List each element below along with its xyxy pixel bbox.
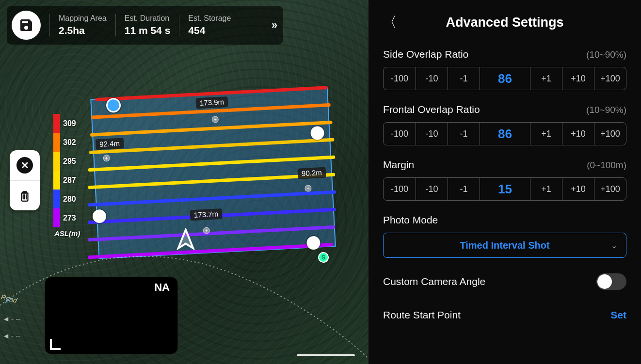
map-tool-stack: ✕ [10,150,40,210]
telemetry-block: ◀- -- ◀- -- [4,287,20,340]
edge-distance: 173.9m [195,96,228,109]
edge-distance: 173.7m [190,208,222,221]
legend-tick: 295 [63,157,76,166]
stepper-side-overlap: -100 -10 -1 86 +1 +10 +100 [383,67,626,90]
panel-header: 〈 Advanced Settings [383,11,626,34]
toggle-knob [597,274,612,289]
satellite-icon [4,296,13,306]
stepper-frontal-overlap: -100 -10 -1 86 +1 +10 +100 [383,122,626,145]
panel-title: Advanced Settings [446,15,563,30]
step-minus-100[interactable]: -100 [384,67,416,90]
legend-tick: 302 [63,138,76,147]
setting-range: (0~100m) [587,160,626,171]
setting-label: Route Start Point [383,309,461,321]
chevron-left-icon: ◀ [4,316,8,322]
edge-distance: 90.2m [297,167,326,179]
setting-frontal-overlap: Frontal Overlap Ratio (10~90%) -100 -10 … [383,104,626,145]
setting-label: Custom Camera Angle [383,276,485,287]
aircraft-icon [175,228,197,252]
setting-label: Margin [383,159,414,171]
close-icon: ✕ [16,157,33,174]
step-minus-10[interactable]: -10 [416,123,448,145]
telemetry-value: - -- [11,315,20,323]
save-icon [18,17,34,33]
setting-range: (10~90%) [586,105,626,115]
collapse-stats-icon[interactable]: » [272,19,277,32]
step-minus-1[interactable]: -1 [448,178,480,200]
stat-storage-value: 454 [188,25,231,36]
setting-label: Side Overlap Ratio [383,48,468,60]
step-plus-100[interactable]: +100 [594,178,626,200]
map-scale-bar [297,354,355,356]
step-plus-10[interactable]: +10 [562,67,594,90]
stat-duration-value: 11 m 54 s [125,25,171,36]
route-start-set-button[interactable]: Set [610,309,626,321]
setting-route-start: Route Start Point Set [383,309,626,321]
step-plus-100[interactable]: +100 [594,123,626,145]
mission-stats-bar: Mapping Area 2.5ha Est. Duration 11 m 54… [7,6,283,45]
stat-area: Mapping Area 2.5ha [49,14,115,36]
chevron-down-icon: ⌄ [611,241,617,250]
step-plus-1[interactable]: +1 [530,67,562,90]
map-view[interactable]: Mapping Area 2.5ha Est. Duration 11 m 54… [0,0,369,364]
step-minus-100[interactable]: -100 [384,123,416,145]
start-point[interactable]: S [318,252,329,263]
stat-area-label: Mapping Area [59,14,107,23]
setting-label: Photo Mode [383,214,438,226]
expand-icon[interactable] [50,339,61,350]
photo-mode-dropdown[interactable]: Timed Interval Shot ⌄ [383,233,626,258]
setting-label: Frontal Overlap Ratio [383,104,480,115]
step-minus-1[interactable]: -1 [448,67,480,90]
step-minus-10[interactable]: -10 [416,67,448,90]
survey-area[interactable]: S + + + + 173.9m 92.4m 90.2m 173.7m [80,81,342,273]
chevron-left-icon: ◀ [4,332,8,339]
stepper-value[interactable]: 86 [480,123,530,145]
camera-angle-toggle[interactable] [596,273,626,290]
edge-distance: 92.4m [96,138,124,150]
setting-camera-angle: Custom Camera Angle [383,273,626,290]
setting-margin: Margin (0~100m) -100 -10 -1 15 +1 +10 +1… [383,159,626,201]
stepper-value[interactable]: 86 [480,67,530,90]
step-minus-1[interactable]: -1 [448,123,480,145]
legend-tick: 309 [63,119,76,128]
setting-side-overlap: Side Overlap Ratio (10~90%) -100 -10 -1 … [383,48,626,90]
save-button[interactable] [12,11,41,40]
polygon-vertex[interactable] [306,236,320,250]
legend-tick: 273 [63,214,76,222]
legend-caption: ASL(m) [54,229,80,237]
step-plus-100[interactable]: +100 [594,67,626,90]
camera-status: NA [154,281,170,294]
step-plus-1[interactable]: +1 [530,123,562,145]
cancel-button[interactable]: ✕ [10,150,40,180]
setting-photo-mode: Photo Mode Timed Interval Shot ⌄ [383,214,626,258]
delete-button[interactable] [10,180,40,210]
trash-icon [18,190,31,202]
step-plus-10[interactable]: +10 [562,178,594,200]
stat-duration: Est. Duration 11 m 54 s [115,14,179,36]
stat-duration-label: Est. Duration [125,14,171,23]
telemetry-value: - -- [11,332,20,340]
stat-storage: Est. Storage 454 [179,14,240,36]
step-plus-1[interactable]: +1 [530,178,562,200]
dropdown-value: Timed Interval Shot [460,240,549,251]
legend-tick: 280 [63,195,76,204]
advanced-settings-panel: 〈 Advanced Settings Side Overlap Ratio (… [369,0,641,364]
step-minus-100[interactable]: -100 [384,178,416,200]
legend-tick: 287 [63,176,76,185]
stepper-margin: -100 -10 -1 15 +1 +10 +100 [383,177,626,201]
setting-range: (10~90%) [586,49,626,60]
camera-preview[interactable]: NA [45,277,178,354]
stat-storage-label: Est. Storage [188,14,231,23]
back-button[interactable]: 〈 [383,13,397,32]
step-minus-10[interactable]: -10 [416,178,448,200]
altitude-legend: 309 302 295 287 280 273 ASL(m) [53,114,80,237]
step-plus-10[interactable]: +10 [562,123,594,145]
stepper-value[interactable]: 15 [480,178,530,200]
stat-area-value: 2.5ha [59,25,107,36]
